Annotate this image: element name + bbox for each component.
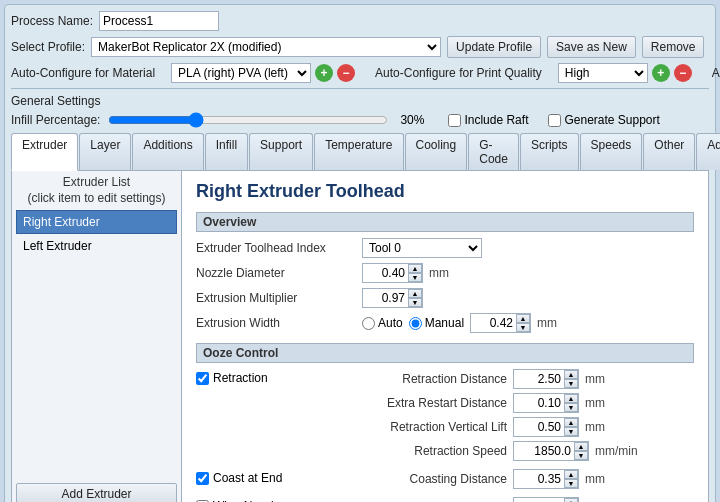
material-add-button[interactable]: + bbox=[315, 64, 333, 82]
quality-label: Auto-Configure for Print Quality bbox=[375, 66, 542, 80]
material-label: Auto-Configure for Material bbox=[11, 66, 155, 80]
coasting-distance-spinner[interactable]: ▲ ▼ bbox=[513, 469, 579, 489]
tab-content: Extruder List (click item to edit settin… bbox=[11, 171, 709, 502]
tab-support[interactable]: Support bbox=[249, 133, 313, 170]
coast-at-end-label: Coast at End bbox=[213, 471, 282, 485]
retraction-distance-input[interactable] bbox=[514, 370, 564, 388]
wipe-distance-input[interactable] bbox=[514, 498, 564, 502]
extrusion-width-label: Extrusion Width bbox=[196, 316, 356, 330]
quality-add-button[interactable]: + bbox=[652, 64, 670, 82]
infill-slider[interactable] bbox=[108, 112, 388, 128]
nozzle-diameter-spinner[interactable]: ▲ ▼ bbox=[362, 263, 423, 283]
process-name-input[interactable] bbox=[99, 11, 219, 31]
tab-gcode[interactable]: G-Code bbox=[468, 133, 519, 170]
coast-at-end-checkbox[interactable] bbox=[196, 472, 209, 485]
infill-label: Infill Percentage: bbox=[11, 113, 100, 127]
overview-section-header: Overview bbox=[196, 212, 694, 232]
retraction-distance-up-button[interactable]: ▲ bbox=[564, 370, 578, 379]
extrusion-multiplier-input[interactable] bbox=[363, 289, 408, 307]
panel-title: Right Extruder Toolhead bbox=[196, 181, 694, 202]
tab-extruder[interactable]: Extruder bbox=[11, 133, 78, 171]
nozzle-diameter-input[interactable] bbox=[363, 264, 408, 282]
nozzle-down-button[interactable]: ▼ bbox=[408, 273, 422, 282]
retraction-vertical-input[interactable] bbox=[514, 418, 564, 436]
general-settings-label: General Settings bbox=[11, 94, 100, 108]
retraction-vertical-down-button[interactable]: ▼ bbox=[564, 427, 578, 436]
extruder-list: Extruder List (click item to edit settin… bbox=[12, 171, 182, 502]
extruder-item-left[interactable]: Left Extruder bbox=[16, 234, 177, 258]
extrusion-width-auto-radio[interactable] bbox=[362, 317, 375, 330]
coasting-distance-down-button[interactable]: ▼ bbox=[564, 479, 578, 488]
wipe-distance-up-button[interactable]: ▲ bbox=[564, 498, 578, 502]
retraction-distance-unit: mm bbox=[585, 372, 605, 386]
extruder-buttons: Add Extruder Remove Extruder bbox=[16, 475, 177, 502]
nozzle-up-button[interactable]: ▲ bbox=[408, 264, 422, 273]
retraction-speed-unit: mm/min bbox=[595, 444, 638, 458]
extruder-item-right[interactable]: Right Extruder bbox=[16, 210, 177, 234]
retraction-speed-label: Retraction Speed bbox=[322, 444, 507, 458]
tab-other[interactable]: Other bbox=[643, 133, 695, 170]
extrusion-width-manual-label: Manual bbox=[425, 316, 464, 330]
extrusion-width-unit: mm bbox=[537, 316, 557, 330]
retraction-speed-down-button[interactable]: ▼ bbox=[574, 451, 588, 460]
retraction-distance-down-button[interactable]: ▼ bbox=[564, 379, 578, 388]
tab-cooling[interactable]: Cooling bbox=[405, 133, 468, 170]
tab-speeds[interactable]: Speeds bbox=[580, 133, 643, 170]
retraction-vertical-unit: mm bbox=[585, 420, 605, 434]
tab-scripts[interactable]: Scripts bbox=[520, 133, 579, 170]
extrusion-width-spinner[interactable]: ▲ ▼ bbox=[470, 313, 531, 333]
toolhead-index-select[interactable]: Tool 0 bbox=[362, 238, 482, 258]
include-raft-checkbox[interactable] bbox=[448, 114, 461, 127]
retraction-speed-up-button[interactable]: ▲ bbox=[574, 442, 588, 451]
coasting-distance-input[interactable] bbox=[514, 470, 564, 488]
extra-restart-down-button[interactable]: ▼ bbox=[564, 403, 578, 412]
coasting-distance-unit: mm bbox=[585, 472, 605, 486]
tabs-bar: Extruder Layer Additions Infill Support … bbox=[11, 133, 709, 171]
select-profile-label: Select Profile: bbox=[11, 40, 85, 54]
ooze-section-header: Ooze Control bbox=[196, 343, 694, 363]
extra-restart-up-button[interactable]: ▲ bbox=[564, 394, 578, 403]
tab-layer[interactable]: Layer bbox=[79, 133, 131, 170]
extrusion-width-down-button[interactable]: ▼ bbox=[516, 323, 530, 332]
remove-button[interactable]: Remove bbox=[642, 36, 705, 58]
coasting-distance-up-button[interactable]: ▲ bbox=[564, 470, 578, 479]
toolhead-index-label: Extruder Toolhead Index bbox=[196, 241, 356, 255]
extrusion-width-input[interactable] bbox=[471, 314, 516, 332]
profile-select[interactable]: MakerBot Replicator 2X (modified) bbox=[91, 37, 441, 57]
quality-remove-button[interactable]: − bbox=[674, 64, 692, 82]
extruders-label: Auto-Configure Extruders bbox=[712, 66, 720, 80]
extruder-list-title: Extruder List (click item to edit settin… bbox=[16, 175, 177, 206]
right-panel: Right Extruder Toolhead Overview Extrude… bbox=[182, 171, 708, 502]
retraction-speed-spinner[interactable]: ▲ ▼ bbox=[513, 441, 589, 461]
extra-restart-input[interactable] bbox=[514, 394, 564, 412]
extrusion-multiplier-spinner[interactable]: ▲ ▼ bbox=[362, 288, 423, 308]
multiplier-up-button[interactable]: ▲ bbox=[408, 289, 422, 298]
retraction-vertical-up-button[interactable]: ▲ bbox=[564, 418, 578, 427]
include-raft-label: Include Raft bbox=[464, 113, 528, 127]
update-profile-button[interactable]: Update Profile bbox=[447, 36, 541, 58]
wipe-distance-spinner[interactable]: ▲ ▼ bbox=[513, 497, 579, 502]
tab-temperature[interactable]: Temperature bbox=[314, 133, 403, 170]
tab-infill[interactable]: Infill bbox=[205, 133, 248, 170]
retraction-distance-spinner[interactable]: ▲ ▼ bbox=[513, 369, 579, 389]
tab-advanced[interactable]: Advanced bbox=[696, 133, 720, 170]
quality-select[interactable]: High bbox=[558, 63, 648, 83]
retraction-checkbox[interactable] bbox=[196, 372, 209, 385]
retraction-vertical-spinner[interactable]: ▲ ▼ bbox=[513, 417, 579, 437]
material-remove-button[interactable]: − bbox=[337, 64, 355, 82]
add-extruder-button[interactable]: Add Extruder bbox=[16, 483, 177, 502]
extra-restart-spinner[interactable]: ▲ ▼ bbox=[513, 393, 579, 413]
extrusion-width-radio-group: Auto Manual ▲ ▼ m bbox=[362, 313, 557, 333]
nozzle-diameter-label: Nozzle Diameter bbox=[196, 266, 356, 280]
extrusion-width-auto-label: Auto bbox=[378, 316, 403, 330]
infill-value: 30% bbox=[400, 113, 424, 127]
material-select[interactable]: PLA (right) PVA (left) bbox=[171, 63, 311, 83]
generate-support-checkbox[interactable] bbox=[548, 114, 561, 127]
tab-additions[interactable]: Additions bbox=[132, 133, 203, 170]
save-as-new-button[interactable]: Save as New bbox=[547, 36, 636, 58]
retraction-speed-input[interactable] bbox=[514, 442, 574, 460]
extrusion-width-up-button[interactable]: ▲ bbox=[516, 314, 530, 323]
extrusion-width-manual-radio[interactable] bbox=[409, 317, 422, 330]
nozzle-unit: mm bbox=[429, 266, 449, 280]
multiplier-down-button[interactable]: ▼ bbox=[408, 298, 422, 307]
